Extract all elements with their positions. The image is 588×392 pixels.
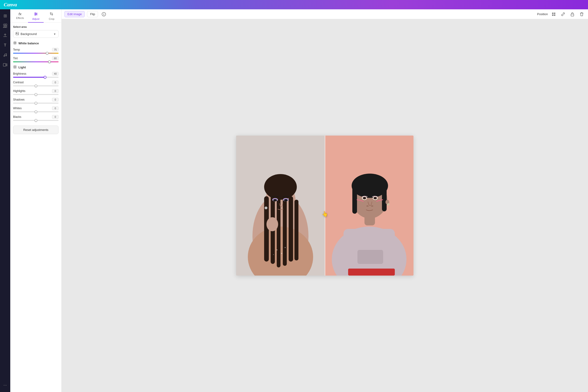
svg-point-7 [35, 12, 36, 14]
top-bar: Canva [0, 0, 294, 9]
white-balance-header: White balance [13, 41, 58, 46]
svg-line-17 [14, 42, 14, 42]
svg-line-20 [14, 44, 14, 44]
contrast-track[interactable] [13, 86, 58, 86]
sidebar-item-video[interactable] [1, 61, 9, 69]
left-sidebar: ⊞ T ··· [0, 9, 10, 196]
adjust-panel: fx Effects Adjust Crop [10, 9, 62, 196]
temp-thumb[interactable] [46, 52, 48, 54]
tint-value[interactable]: 80 [52, 56, 58, 60]
contrast-thumb[interactable] [34, 84, 37, 87]
light-icon [13, 65, 17, 70]
whites-track[interactable] [13, 111, 58, 112]
tab-effects-label: Effects [16, 16, 24, 19]
shadows-slider-row: Shadows 0 [13, 98, 58, 104]
light-title: Light [18, 66, 26, 69]
temp-value[interactable]: 75 [52, 48, 58, 52]
highlights-track[interactable] [13, 94, 58, 95]
temp-label: Temp [13, 48, 20, 51]
brightness-value[interactable]: 40 [52, 72, 58, 76]
whites-value[interactable]: 0 [52, 106, 58, 110]
tint-label: Tint [13, 57, 18, 60]
brightness-label: Brightness [13, 72, 26, 75]
blacks-slider-row: Blacks 0 [13, 115, 58, 121]
whites-label: Whites [13, 107, 22, 110]
highlights-value[interactable]: 0 [52, 89, 58, 93]
sidebar-item-text[interactable]: T [1, 41, 9, 50]
shadows-label: Shadows [13, 98, 24, 101]
svg-rect-6 [3, 64, 6, 66]
light-header: Light [13, 65, 58, 70]
sidebar-item-elements[interactable] [1, 22, 9, 30]
select-area-label: Select area [13, 26, 58, 28]
svg-line-26 [14, 66, 14, 66]
svg-rect-1 [5, 24, 7, 26]
blacks-track[interactable] [13, 120, 58, 121]
tint-thumb[interactable] [48, 60, 51, 63]
adjust-icon [34, 12, 38, 17]
blacks-thumb[interactable] [34, 119, 37, 122]
effects-icon: fx [19, 12, 22, 16]
temp-track[interactable] [13, 53, 58, 54]
crop-icon [50, 12, 54, 17]
whites-slider-row: Whites 0 [13, 106, 58, 112]
sidebar-item-home[interactable]: ⊞ [1, 12, 9, 20]
tint-slider-row: Tint 80 [13, 56, 58, 62]
tab-adjust-label: Adjust [32, 18, 40, 20]
blacks-label: Blacks [13, 115, 21, 118]
white-balance-title: White balance [18, 42, 39, 45]
flip-button[interactable]: Flip [87, 11, 98, 17]
tab-effects[interactable]: fx Effects [12, 11, 28, 23]
svg-line-28 [16, 66, 16, 66]
svg-point-4 [4, 56, 5, 56]
svg-point-9 [35, 14, 36, 16]
svg-point-5 [6, 55, 6, 56]
highlights-slider-row: Highlights 0 [13, 89, 58, 95]
tab-crop[interactable]: Crop [44, 11, 60, 23]
svg-point-12 [14, 42, 16, 44]
info-button[interactable] [100, 11, 107, 18]
svg-line-27 [16, 68, 16, 68]
svg-line-19 [16, 42, 16, 42]
svg-line-29 [14, 68, 14, 68]
contrast-value[interactable]: 0 [52, 80, 58, 84]
image-left [236, 136, 294, 196]
dropdown-chevron-icon: ▼ [54, 33, 56, 36]
canvas-area: 👆 [62, 19, 294, 196]
panel-tabs: fx Effects Adjust Crop [10, 9, 61, 23]
top-toolbar: Edit image Flip Position [62, 9, 294, 19]
select-area-value: Background [20, 32, 37, 36]
blacks-value[interactable]: 0 [52, 115, 58, 119]
shadows-track[interactable] [13, 103, 58, 104]
contrast-slider-row: Contrast 0 [13, 80, 58, 86]
svg-rect-3 [5, 26, 7, 28]
shadows-value[interactable]: 0 [52, 98, 58, 102]
brightness-thumb[interactable] [44, 76, 46, 79]
reset-adjustments-button[interactable]: Reset adjustments [13, 126, 58, 134]
svg-marker-2 [3, 26, 5, 28]
highlights-label: Highlights [13, 89, 26, 93]
svg-point-31 [104, 13, 104, 14]
white-balance-icon [13, 41, 17, 46]
tab-adjust[interactable]: Adjust [28, 11, 44, 23]
select-area-dropdown[interactable]: Background ▼ [13, 30, 58, 38]
edit-image-button[interactable]: Edit image [64, 11, 85, 17]
highlights-thumb[interactable] [34, 93, 37, 96]
sidebar-item-music[interactable] [1, 51, 9, 59]
svg-point-21 [14, 66, 16, 68]
svg-point-8 [36, 14, 37, 14]
brightness-slider-row: Brightness 40 [13, 72, 58, 78]
image-icon [16, 32, 19, 36]
shadows-thumb[interactable] [34, 102, 37, 104]
temp-slider-row: Temp 75 [13, 48, 58, 54]
svg-point-0 [4, 24, 5, 26]
contrast-label: Contrast [13, 81, 24, 84]
sidebar-item-upload[interactable] [1, 31, 9, 40]
tint-track[interactable] [13, 61, 58, 62]
brightness-track[interactable] [13, 77, 58, 78]
whites-thumb[interactable] [34, 110, 37, 113]
tab-crop-label: Crop [49, 18, 54, 20]
image-container[interactable]: 👆 [236, 136, 294, 196]
svg-line-18 [16, 44, 16, 44]
canva-logo[interactable]: Canva [4, 2, 17, 8]
